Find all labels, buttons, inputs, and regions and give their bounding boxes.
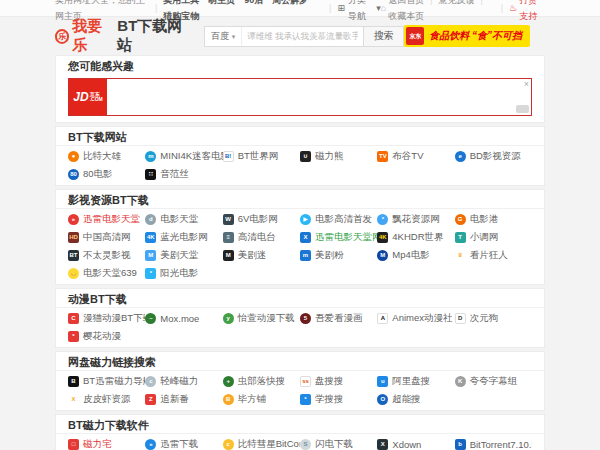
site-link[interactable]: d电影天堂 <box>145 210 222 228</box>
site-link-label: 学搜搜 <box>315 393 344 406</box>
site-link-label: 吾爱看漫画 <box>315 312 363 325</box>
site-link[interactable]: ss盘搜搜 <box>300 372 377 390</box>
promo-banner[interactable]: 京东 食品饮料 “食”不可挡 <box>404 25 530 47</box>
ad-choice-badge[interactable] <box>516 105 529 113</box>
site-link-label: 美剧迷 <box>238 249 267 262</box>
site-link[interactable]: HD中国高清网 <box>68 228 145 246</box>
jd-ad-banner[interactable]: JD 京东 .COM × <box>68 78 532 116</box>
site-link-label: 漫猫动漫BT下载 <box>83 312 145 325</box>
site-link[interactable]: O超能搜 <box>377 390 454 408</box>
site-favicon: C <box>68 313 79 324</box>
site-link[interactable]: M美剧迷 <box>223 246 300 264</box>
site-link[interactable]: *阳光电影 <box>145 264 222 282</box>
site-link[interactable]: +虫部落快搜 <box>223 372 300 390</box>
site-link[interactable]: T小调网 <box>455 228 532 246</box>
site-link[interactable]: y怡萱动漫下载 <box>223 309 300 327</box>
site-link[interactable]: ◡电影天堂639 <box>68 264 145 282</box>
site-link[interactable]: BBT迅雷磁力导航 <box>68 372 145 390</box>
site-favicon: T <box>455 232 466 243</box>
site-link[interactable]: u阿里盘搜 <box>377 372 454 390</box>
site-favicon: d <box>145 214 156 225</box>
site-link[interactable]: MMp4电影 <box>377 246 454 264</box>
site-link[interactable]: B!BT世界网 <box>223 147 300 165</box>
site-link[interactable]: *学搜搜 <box>300 390 377 408</box>
site-favicon: B! <box>223 151 234 162</box>
site-favicon: M <box>377 250 388 261</box>
site-favicon: TV <box>377 151 388 162</box>
site-link[interactable]: 8080电影 <box>68 165 145 183</box>
site-link[interactable]: ∪磁力熊 <box>300 147 377 165</box>
site-link[interactable]: B毕方铺 <box>223 390 300 408</box>
site-favicon: M <box>223 250 234 261</box>
site-link[interactable]: »迅雷下载 <box>145 435 222 450</box>
section-title: 动漫BT下载 <box>56 289 544 308</box>
site-link[interactable]: M美剧天堂 <box>145 246 222 264</box>
site-link-label: 毕方铺 <box>238 393 267 406</box>
site-link-label: 80电影 <box>83 168 113 181</box>
site-link[interactable]: AAnimex动漫社 <box>377 309 454 327</box>
site-favicon: e <box>455 151 466 162</box>
site-favicon: ss <box>300 376 311 387</box>
site-link[interactable]: K夸夸字幕组 <box>455 372 532 390</box>
ad-close-icon[interactable]: × <box>524 79 529 89</box>
site-link[interactable]: G电影港 <box>455 210 532 228</box>
site-link[interactable]: ●比特大雄 <box>68 147 145 165</box>
site-link[interactable]: 4K蓝光电影网 <box>145 228 222 246</box>
site-link[interactable]: □磁力宅 <box>68 435 145 450</box>
site-link[interactable]: ▶电影高清首发 <box>300 210 377 228</box>
site-link-label: 迅雷电影天堂 <box>83 213 140 226</box>
site-favicon: 4K <box>145 232 156 243</box>
site-favicon: * <box>300 394 311 405</box>
site-link-label: 电影天堂 <box>160 213 198 226</box>
section-title: 影视资源BT下载 <box>56 190 544 209</box>
site-link-label: 追新番 <box>160 393 189 406</box>
site-link[interactable]: D次元狗 <box>455 309 532 327</box>
search-button[interactable]: 搜索 <box>363 27 403 46</box>
site-link[interactable]: S闪电下载 <box>300 435 377 450</box>
home-icon: ⌂ <box>381 0 386 16</box>
site-link[interactable]: –Mox.moe <box>145 309 222 327</box>
site-logo[interactable]: 乐 我要乐BT下载网站 <box>55 17 192 55</box>
topbar-right-link[interactable]: 返回首页 <box>388 0 424 5</box>
site-link-label: 迅雷电影天堂网 <box>315 231 377 244</box>
section-title: 网盘磁力链接搜索 <box>56 352 544 371</box>
topbar-right-link[interactable]: 意见反馈 <box>439 0 475 5</box>
site-link-label: 磁力宅 <box>83 438 112 450</box>
topbar-link[interactable]: 周公解梦 <box>272 0 308 5</box>
site-link[interactable]: Z追新番 <box>145 390 222 408</box>
topbar-link[interactable]: 萌主页 <box>208 0 235 5</box>
search-input[interactable] <box>242 27 363 46</box>
divider: | <box>430 0 432 5</box>
jd-logo-com: .COM <box>90 97 103 102</box>
site-link[interactable]: W6V电影网 <box>223 210 300 228</box>
site-link-label: 4KHDR世界 <box>392 231 443 244</box>
site-link[interactable]: *飘花资源网 <box>377 210 454 228</box>
site-link[interactable]: 5吾爱看漫画 <box>300 309 377 327</box>
site-link[interactable]: ♛看片狂人 <box>455 246 532 264</box>
jd-logo-icon: 京东 <box>406 27 424 45</box>
search-engine-select[interactable]: 百度 ▾ <box>205 27 242 46</box>
site-link[interactable]: TV布谷TV <box>377 147 454 165</box>
site-favicon: O <box>377 394 388 405</box>
site-link[interactable]: c比特彗星BitComet <box>223 435 300 450</box>
site-link[interactable]: C漫猫动漫BT下载 <box>68 309 145 327</box>
site-link[interactable]: X皮皮虾资源 <box>68 390 145 408</box>
site-link[interactable]: ∷音范丝 <box>145 165 222 183</box>
site-link[interactable]: BT不太灵影视 <box>68 246 145 264</box>
site-link[interactable]: eBD影视资源 <box>455 147 532 165</box>
site-link[interactable]: »迅雷电影天堂 <box>68 210 145 228</box>
site-link-label: Xdown <box>392 439 421 450</box>
topbar-link[interactable]: 实用工具 <box>163 0 199 5</box>
topbar-link[interactable]: 90后 <box>244 0 263 5</box>
site-link[interactable]: ≡高清电台 <box>223 228 300 246</box>
site-favicon: * <box>145 268 156 279</box>
site-link[interactable]: *樱花动漫 <box>68 327 145 345</box>
site-link[interactable]: XXdown <box>377 435 454 450</box>
site-link[interactable]: bBitTorrent7.10.5 <box>455 435 532 450</box>
site-link-label: 比特彗星BitComet <box>238 438 300 450</box>
site-link[interactable]: m美剧粉 <box>300 246 377 264</box>
site-link[interactable]: 4K4KHDR世界 <box>377 228 454 246</box>
site-link[interactable]: mMINI4K迷客电影 <box>145 147 222 165</box>
site-link[interactable]: c轻峰磁力 <box>145 372 222 390</box>
site-link[interactable]: X迅雷电影天堂网 <box>300 228 377 246</box>
